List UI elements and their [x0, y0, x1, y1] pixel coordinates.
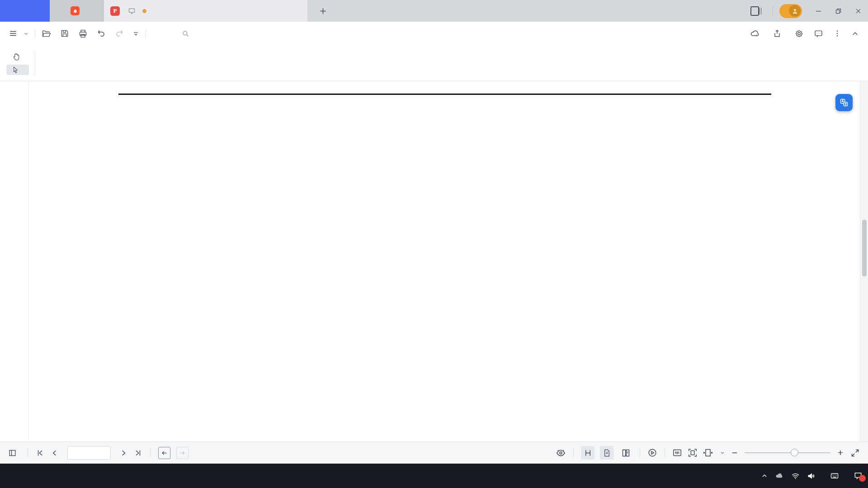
more-options-icon[interactable]: [833, 29, 841, 38]
translate-float-button[interactable]: [835, 94, 853, 111]
statusbar-divider: [640, 448, 640, 457]
ribbon-toolbar: [0, 45, 868, 81]
notification-badge: [859, 475, 866, 482]
comment-bubble-icon[interactable]: [814, 29, 823, 38]
scrollbar-thumb[interactable]: [862, 220, 867, 277]
zoom-in-button[interactable]: +: [836, 447, 845, 458]
single-page-view-button[interactable]: [600, 446, 613, 460]
nav-panel-icon: [8, 449, 17, 457]
next-page-icon[interactable]: [119, 449, 128, 457]
search-input[interactable]: [193, 30, 269, 37]
tray-expand-icon[interactable]: [761, 473, 768, 479]
table-top-rule: [118, 94, 771, 95]
statusbar-divider: [665, 448, 665, 457]
pdf-page[interactable]: [29, 81, 860, 441]
hand-tool-button[interactable]: [6, 51, 29, 62]
chevron-down-icon: [24, 31, 28, 36]
workspace: [0, 81, 868, 441]
autoplay-icon[interactable]: [647, 448, 657, 458]
ribbon-separator: [35, 51, 35, 75]
restore-icon: [835, 8, 842, 14]
fit-width-icon[interactable]: [703, 448, 713, 458]
onedrive-cloud-icon[interactable]: [775, 471, 784, 480]
vertical-scrollbar[interactable]: [860, 81, 868, 441]
back-arrow-icon: [161, 450, 168, 456]
statusbar-divider: [573, 448, 574, 457]
titlebar: P: [0, 0, 868, 22]
translate-icon: [840, 98, 849, 107]
navigation-panel-button[interactable]: [8, 449, 20, 457]
tab-home[interactable]: [0, 0, 50, 22]
pdf-file-icon: P: [110, 6, 120, 16]
view-back-button[interactable]: [158, 447, 170, 459]
windows-taskbar: [0, 464, 868, 488]
first-page-icon[interactable]: [36, 449, 44, 457]
restore-button[interactable]: [828, 0, 848, 22]
cloud-sync-icon: [750, 28, 760, 38]
reading-mode-icon: [584, 449, 592, 457]
titlebar-spacer: [332, 0, 750, 22]
menubar-divider: [145, 28, 146, 38]
hand-icon: [12, 52, 20, 61]
titlebar-divider: [773, 5, 773, 16]
network-wifi-icon[interactable]: [791, 472, 800, 480]
statusbar-divider: [28, 448, 28, 457]
actual-size-icon[interactable]: [672, 448, 682, 458]
close-button[interactable]: [848, 0, 868, 22]
guest-login-button[interactable]: [779, 4, 802, 18]
avatar: [789, 5, 801, 17]
menubar: [0, 22, 868, 45]
search-icon: [182, 30, 189, 38]
zoom-level-dropdown[interactable]: [718, 450, 725, 455]
view-forward-button[interactable]: [176, 447, 189, 459]
collapse-ribbon-icon[interactable]: [851, 30, 859, 38]
menubar-right-tools: [750, 28, 859, 38]
open-folder-icon[interactable]: [42, 29, 51, 38]
reading-mode-button[interactable]: [581, 446, 594, 460]
keyboard-layout-icon[interactable]: [830, 471, 839, 480]
page-indicator-input[interactable]: [67, 446, 111, 460]
single-page-icon: [603, 449, 611, 457]
search-box[interactable]: [182, 30, 269, 38]
print-icon[interactable]: [78, 29, 88, 38]
tab-docer[interactable]: [50, 0, 104, 22]
select-cursor-icon: [12, 66, 19, 74]
double-page-view-button[interactable]: [619, 446, 632, 460]
eye-protect-icon[interactable]: [556, 448, 566, 458]
zoom-slider[interactable]: [745, 452, 830, 453]
window-count-value: [750, 6, 759, 16]
last-page-icon[interactable]: [134, 449, 142, 457]
table-header-clipped: [29, 81, 860, 88]
window-count-button[interactable]: [750, 0, 759, 22]
new-tab-button[interactable]: [314, 0, 332, 22]
fullscreen-icon[interactable]: [850, 448, 860, 458]
statusbar-left: [8, 446, 189, 460]
hamburger-icon: [9, 29, 17, 38]
tab-document[interactable]: P: [104, 0, 307, 22]
redo-icon[interactable]: [115, 29, 124, 38]
statusbar-divider: [150, 448, 151, 457]
volume-icon[interactable]: [807, 472, 816, 480]
settings-gear-icon[interactable]: [794, 29, 804, 38]
close-icon: [855, 8, 862, 14]
chevron-down-icon: [720, 450, 725, 455]
customize-toolbar-icon[interactable]: [133, 31, 139, 37]
unsaved-dot-icon: [142, 9, 146, 13]
select-tool-button[interactable]: [6, 65, 29, 75]
quick-access-toolbar: [42, 29, 139, 38]
zoom-out-button[interactable]: −: [730, 447, 739, 458]
fit-page-icon[interactable]: [688, 448, 698, 458]
file-menu[interactable]: [9, 29, 28, 38]
plus-icon: [319, 7, 327, 15]
action-center-button[interactable]: [854, 471, 863, 480]
previous-page-icon[interactable]: [50, 449, 59, 457]
document-side-panel: [0, 81, 29, 441]
save-icon[interactable]: [60, 29, 69, 38]
pointer-tools: [6, 51, 29, 75]
share-button[interactable]: [773, 29, 784, 38]
sync-status-button[interactable]: [750, 28, 763, 38]
minimize-button[interactable]: [808, 0, 828, 22]
minimize-icon: [815, 8, 822, 14]
zoom-slider-thumb[interactable]: [791, 449, 798, 456]
undo-icon[interactable]: [97, 29, 106, 38]
